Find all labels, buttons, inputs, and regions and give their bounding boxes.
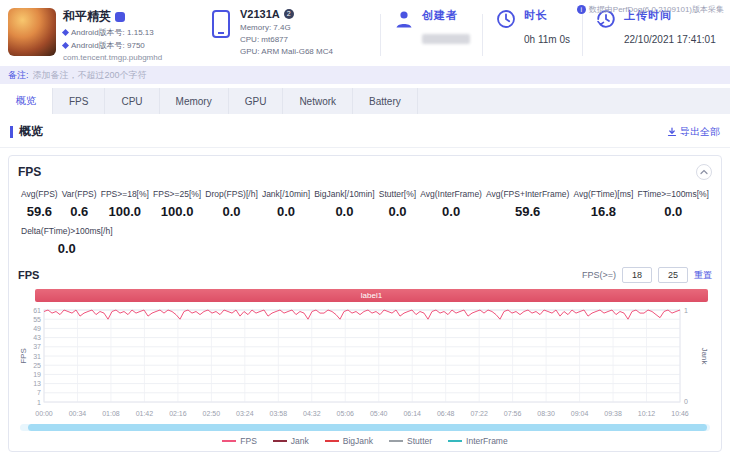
note-input[interactable]: 备注: 添加备注，不超过200个字符 xyxy=(0,66,730,84)
svg-text:04:32: 04:32 xyxy=(303,410,321,417)
stat-value: 0.0 xyxy=(314,204,374,219)
tab-FPS[interactable]: FPS xyxy=(53,88,105,114)
svg-text:01:42: 01:42 xyxy=(136,410,154,417)
game-version-text1: Android版本号: 1.15.13 xyxy=(71,27,154,38)
duration-label: 时长 xyxy=(524,8,570,23)
chart-label-banner: label1 xyxy=(35,289,708,302)
tab-概览[interactable]: 概览 xyxy=(0,88,53,114)
svg-text:05:06: 05:06 xyxy=(336,410,354,417)
chart-scrollbar-thumb[interactable] xyxy=(28,424,707,431)
fps-chart-container: 00:0000:3401:0801:4202:1602:5003:2403:58… xyxy=(18,304,712,422)
legend-swatch xyxy=(273,440,287,442)
duration-value: 0h 11m 0s xyxy=(524,34,570,45)
legend-swatch xyxy=(448,440,462,442)
fps-threshold-label: FPS(>=) xyxy=(582,270,616,280)
fps-threshold-input-2[interactable] xyxy=(658,267,688,283)
stat-label: Avg(InterFrame) xyxy=(420,189,482,199)
fps-stat: Drop(FPS)[/h]0.0 xyxy=(205,189,257,219)
chevron-up-icon xyxy=(700,169,708,175)
svg-text:06:48: 06:48 xyxy=(437,410,455,417)
collector-note: i 数据由PerfDog(6.0.2109101)版本采集 xyxy=(577,4,724,15)
device-gpu: GPU: ARM Mali-G68 MC4 xyxy=(240,47,333,56)
legend-swatch xyxy=(222,440,236,442)
svg-text:02:50: 02:50 xyxy=(203,410,221,417)
divider xyxy=(582,14,583,56)
legend-label: Jank xyxy=(291,436,309,446)
creator-group: 创建者 xyxy=(393,8,470,44)
stat-label: Avg(FTime)[ms] xyxy=(573,189,633,199)
fps-stat: Avg(FPS)59.6 xyxy=(21,189,58,219)
game-version-line1: Android版本号: 1.15.13 xyxy=(63,27,162,38)
fps-stat: BigJank[/10min]0.0 xyxy=(314,189,374,219)
svg-text:03:58: 03:58 xyxy=(270,410,288,417)
svg-text:49: 49 xyxy=(33,325,41,332)
svg-text:07:22: 07:22 xyxy=(470,410,488,417)
divider xyxy=(482,14,483,56)
reset-button[interactable]: 重置 xyxy=(694,269,712,282)
game-info-group: 和平精英 Android版本号: 1.15.13 Android版本号: 975… xyxy=(8,8,206,62)
stat-value: 0.6 xyxy=(62,204,97,219)
info-icon: i xyxy=(577,5,586,14)
perfdog-report-page: i 数据由PerfDog(6.0.2109101)版本采集 和平精英 Andro… xyxy=(0,0,730,452)
tab-GPU[interactable]: GPU xyxy=(229,88,284,114)
export-all-label: 导出全部 xyxy=(680,125,720,139)
game-app-icon xyxy=(8,8,56,56)
stat-label: FPS>=18[%] xyxy=(101,189,149,199)
tab-Network[interactable]: Network xyxy=(283,88,353,114)
fps-stat: FTime>=100ms[%]0.0 xyxy=(637,189,709,219)
svg-text:1: 1 xyxy=(37,399,41,406)
stat-label: Var(FPS) xyxy=(62,189,97,199)
stat-label: Jank[/10min] xyxy=(262,189,310,199)
fps-stat: Avg(InterFrame)0.0 xyxy=(420,189,482,219)
tab-CPU[interactable]: CPU xyxy=(105,88,159,114)
svg-text:55: 55 xyxy=(33,316,41,323)
fps-line-chart[interactable]: 00:0000:3401:0801:4202:1602:5003:2403:58… xyxy=(18,304,710,422)
legend-label: FPS xyxy=(240,436,257,446)
section-title: 概览 xyxy=(10,123,43,140)
fps-card: FPS Avg(FPS)59.6Var(FPS)0.6FPS>=18[%]100… xyxy=(8,155,722,452)
collapse-button[interactable] xyxy=(696,164,712,180)
svg-text:07:56: 07:56 xyxy=(504,410,522,417)
legend-label: BigJank xyxy=(343,436,373,446)
chart-legend: FPSJankBigJankStutterInterFrame xyxy=(18,436,712,446)
android-icon xyxy=(62,29,69,36)
download-icon xyxy=(667,127,677,137)
phone-icon xyxy=(210,8,232,56)
svg-text:03:24: 03:24 xyxy=(236,410,254,417)
stat-label: Avg(FPS) xyxy=(21,189,58,199)
fps-stats-row1: Avg(FPS)59.6Var(FPS)0.6FPS>=18[%]100.0FP… xyxy=(18,180,712,219)
section-title-text: 概览 xyxy=(19,123,43,140)
section-title-bar xyxy=(10,126,13,138)
fps-threshold-input-1[interactable] xyxy=(622,267,652,283)
tab-Memory[interactable]: Memory xyxy=(160,88,229,114)
legend-item-InterFrame: InterFrame xyxy=(448,436,508,446)
stat-label: FTime>=100ms[%] xyxy=(637,189,709,199)
export-all-link[interactable]: 导出全部 xyxy=(667,125,720,139)
fps-stat: FPS>=25[%]100.0 xyxy=(153,189,201,219)
game-name: 和平精英 xyxy=(63,8,111,25)
svg-text:09:38: 09:38 xyxy=(604,410,622,417)
legend-item-FPS: FPS xyxy=(222,436,257,446)
stat-value: 59.6 xyxy=(21,204,58,219)
tab-bar: 概览FPSCPUMemoryGPUNetworkBattery xyxy=(0,88,730,114)
chart-scrollbar-track[interactable] xyxy=(20,424,710,431)
tab-Battery[interactable]: Battery xyxy=(353,88,418,114)
game-meta: 和平精英 Android版本号: 1.15.13 Android版本号: 975… xyxy=(63,8,162,62)
legend-item-Stutter: Stutter xyxy=(389,436,432,446)
svg-text:FPS: FPS xyxy=(19,348,28,364)
fps-stat: FPS>=18[%]100.0 xyxy=(101,189,149,219)
stat-value: 16.8 xyxy=(573,204,633,219)
stat-label: Delta(FTime)>100ms[/h] xyxy=(21,226,113,236)
svg-text:09:04: 09:04 xyxy=(571,410,589,417)
svg-text:7: 7 xyxy=(37,389,41,396)
svg-text:Jank: Jank xyxy=(700,348,709,366)
overview-section-head: 概览 导出全部 xyxy=(0,114,730,148)
stat-value: 100.0 xyxy=(101,204,149,219)
stat-value: 59.6 xyxy=(486,204,569,219)
svg-text:10:46: 10:46 xyxy=(671,410,689,417)
fps-card-title: FPS xyxy=(18,165,41,179)
android-icon xyxy=(62,42,69,49)
fps-stat: Avg(FTime)[ms]16.8 xyxy=(573,189,633,219)
device-memory: Memory: 7.4G xyxy=(240,23,333,32)
svg-text:1: 1 xyxy=(684,307,688,314)
